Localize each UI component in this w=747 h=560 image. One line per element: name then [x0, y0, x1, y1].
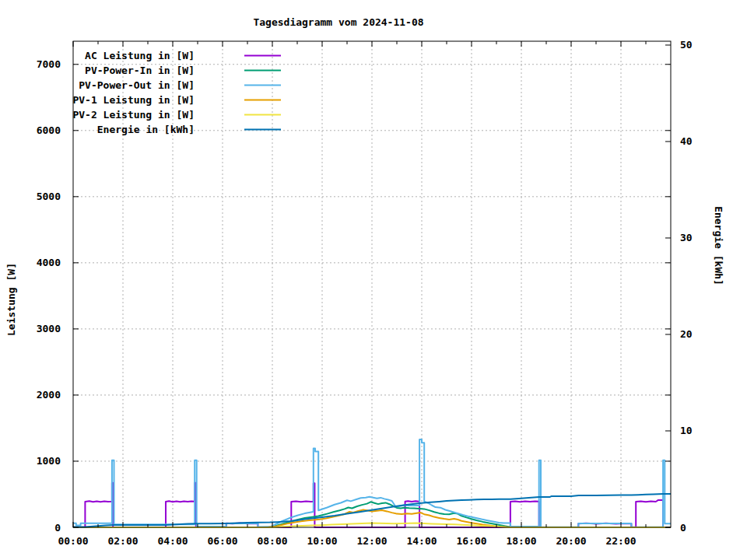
y-tick-label-right: 50 [680, 39, 693, 51]
series-line-pv-power-out [73, 439, 671, 527]
x-tick-label: 18:00 [506, 535, 536, 547]
x-tick-label: 16:00 [456, 535, 486, 547]
legend-label-pv-1-leistung: PV-1 Leistung in [W] [72, 94, 195, 106]
series-lines [73, 439, 671, 527]
legend: AC Leistung in [W]PV-Power-In in [W]PV-P… [72, 50, 281, 135]
y-tick-label-right: 10 [680, 425, 693, 436]
y-tick-label-left: 5000 [37, 191, 61, 202]
legend-label-energie: Energie in [kWh] [97, 124, 195, 135]
y-tick-label-right: 0 [680, 522, 686, 534]
y-tick-label-left: 3000 [37, 323, 61, 334]
x-tick-label: 12:00 [356, 535, 387, 547]
y-axis-label-left: Leistung [W] [5, 263, 17, 336]
y-tick-label-right: 30 [680, 232, 693, 243]
chart-title: Tagesdiagramm vom 2024-11-08 [253, 16, 423, 28]
x-tick-label: 22:00 [605, 535, 636, 547]
y-tick-label-left: 7000 [37, 58, 61, 70]
legend-label-pv-2-leistung: PV-2 Leistung in [W] [72, 109, 195, 121]
y-axis-label-right: Energie [kWh] [713, 206, 724, 285]
x-tick-label: 02:00 [107, 535, 138, 547]
y-tick-label-left: 2000 [37, 389, 61, 401]
x-tick-label: 20:00 [556, 535, 586, 547]
y-tick-label-left: 6000 [37, 124, 61, 136]
y-tick-label-left: 0 [54, 522, 61, 534]
legend-label-pv-power-in: PV-Power-In in [W] [85, 65, 195, 76]
y-tick-label-right: 40 [680, 135, 693, 147]
x-tick-label: 14:00 [406, 535, 437, 547]
legend-label-ac-leistung: AC Leistung in [W] [85, 50, 195, 61]
x-tick-label: 00:00 [58, 535, 88, 547]
x-tick-label: 10:00 [307, 535, 337, 547]
x-tick-label: 06:00 [207, 535, 237, 547]
tagesdiagramm-page: 00:0002:0004:0006:0008:0010:0012:0014:00… [0, 0, 747, 560]
y-tick-label-right: 20 [680, 328, 693, 340]
y-tick-label-left: 1000 [37, 455, 61, 467]
legend-label-pv-power-out: PV-Power-Out in [W] [79, 79, 195, 91]
y-tick-label-left: 4000 [37, 257, 61, 268]
x-tick-label: 04:00 [157, 535, 188, 547]
chart-canvas: 00:0002:0004:0006:0008:0010:0012:0014:00… [0, 0, 747, 560]
x-tick-label: 08:00 [257, 535, 287, 547]
